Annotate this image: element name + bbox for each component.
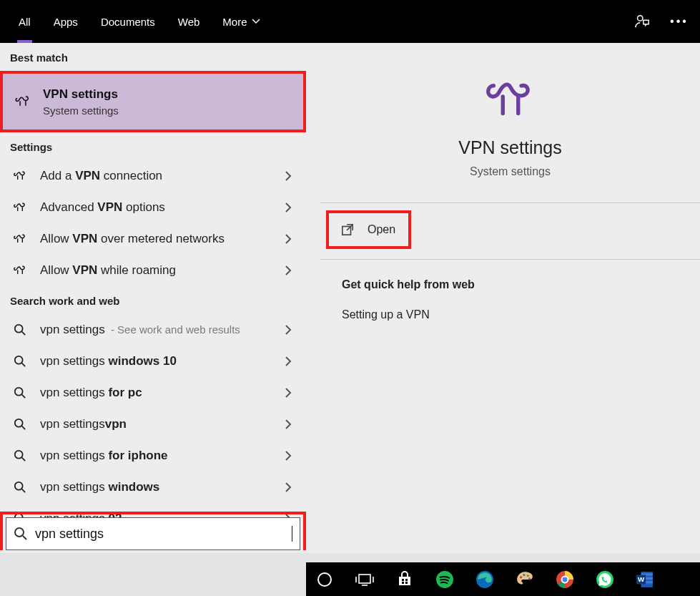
search-icon	[10, 386, 30, 399]
preview-subtitle: System settings	[470, 165, 551, 178]
web-result-1[interactable]: vpn settings - See work and web results	[0, 314, 306, 346]
svg-point-8	[15, 528, 24, 537]
svg-point-24	[563, 577, 568, 582]
help-section-title: Get quick help from web	[342, 278, 700, 291]
taskbar: W	[306, 562, 700, 596]
svg-point-20	[527, 574, 529, 576]
svg-rect-14	[402, 582, 404, 584]
taskbar-store-icon[interactable]	[392, 567, 418, 592]
search-icon	[10, 481, 30, 494]
tab-more[interactable]: More	[211, 0, 271, 43]
taskbar-edge-icon[interactable]	[472, 567, 498, 592]
vpn-icon	[10, 170, 30, 182]
section-best-match: Best match	[0, 43, 306, 71]
chevron-right-icon	[285, 171, 292, 181]
section-settings: Settings	[0, 132, 306, 160]
chevron-right-icon	[285, 451, 292, 461]
search-icon	[10, 449, 30, 462]
preview-title: VPN settings	[458, 137, 562, 158]
svg-point-5	[15, 451, 23, 459]
preview-pane: VPN settings System settings Open Get qu…	[306, 43, 700, 553]
taskbar-taskview-icon[interactable]	[352, 567, 378, 592]
feedback-icon[interactable]	[631, 11, 653, 32]
help-link-setup-vpn[interactable]: Setting up a VPN	[342, 308, 700, 321]
search-tabs-bar: All Apps Documents Web More •••	[0, 0, 700, 43]
tab-all[interactable]: All	[7, 0, 42, 43]
chevron-right-icon	[285, 482, 292, 492]
tab-web[interactable]: Web	[167, 0, 212, 43]
chevron-down-icon	[252, 19, 260, 24]
best-match-title: VPN settings	[43, 87, 119, 102]
tab-documents-label: Documents	[101, 16, 155, 28]
search-box[interactable]	[6, 517, 300, 550]
svg-rect-13	[405, 579, 408, 581]
result-vpn-settings[interactable]: VPN settings System settings	[3, 74, 303, 130]
web-result-label: vpn settings windows 10	[40, 354, 177, 368]
svg-rect-15	[405, 582, 408, 584]
open-label: Open	[368, 223, 395, 236]
setting-advanced-vpn-options[interactable]: Advanced VPN options	[0, 192, 306, 223]
tab-web-label: Web	[178, 16, 200, 28]
chevron-right-icon	[285, 388, 292, 398]
setting-allow-vpn-metered[interactable]: Allow VPN over metered networks	[0, 223, 306, 255]
vpn-icon	[10, 202, 30, 213]
text-caret	[292, 526, 292, 542]
web-result-6[interactable]: vpn settings windows	[0, 472, 306, 503]
search-icon	[10, 323, 30, 336]
highlight-best-match: VPN settings System settings	[0, 71, 306, 132]
open-icon	[339, 223, 356, 236]
web-result-5[interactable]: vpn settings for iphone	[0, 440, 306, 472]
setting-label: Add a VPN connection	[40, 169, 162, 183]
chevron-right-icon	[285, 265, 292, 275]
svg-point-0	[638, 16, 643, 21]
taskbar-spotify-icon[interactable]	[432, 567, 458, 592]
web-result-2[interactable]: vpn settings windows 10	[0, 346, 306, 377]
svg-point-1	[15, 325, 23, 333]
svg-point-18	[520, 576, 522, 578]
taskbar-paint-icon[interactable]	[512, 567, 538, 592]
vpn-icon	[13, 94, 33, 109]
chevron-right-icon	[285, 325, 292, 335]
setting-allow-vpn-roaming[interactable]: Allow VPN while roaming	[0, 255, 306, 286]
svg-point-6	[15, 482, 23, 490]
tab-all-label: All	[19, 16, 31, 28]
web-result-label: vpn settings windows	[40, 480, 159, 494]
web-result-3[interactable]: vpn settings for pc	[0, 377, 306, 409]
web-result-label: vpn settingsvpn	[40, 417, 127, 431]
setting-add-vpn-connection[interactable]: Add a VPN connection	[0, 160, 306, 192]
tab-apps[interactable]: Apps	[42, 0, 89, 43]
taskbar-whatsapp-icon[interactable]	[592, 567, 618, 592]
svg-rect-11	[359, 575, 370, 583]
svg-rect-12	[402, 579, 404, 581]
chevron-right-icon	[285, 234, 292, 244]
setting-label: Allow VPN over metered networks	[40, 232, 225, 246]
svg-point-2	[15, 356, 23, 364]
web-result-label: vpn settings - See work and web results	[40, 323, 240, 337]
more-options-icon[interactable]: •••	[669, 11, 690, 32]
setting-label: Allow VPN while roaming	[40, 263, 176, 278]
taskbar-cortana-icon[interactable]	[312, 567, 337, 592]
search-input[interactable]	[35, 527, 290, 542]
chevron-right-icon	[285, 202, 292, 212]
tab-documents[interactable]: Documents	[89, 0, 167, 43]
tab-apps-label: Apps	[54, 16, 78, 28]
web-result-4[interactable]: vpn settingsvpn	[0, 409, 306, 440]
taskbar-chrome-icon[interactable]	[552, 567, 578, 592]
svg-point-10	[318, 573, 331, 586]
section-search-web: Search work and web	[0, 286, 306, 314]
web-result-label: vpn settings for iphone	[40, 449, 168, 463]
svg-point-4	[15, 419, 23, 427]
open-button[interactable]: Open	[329, 213, 408, 246]
web-result-label: vpn settings for pc	[40, 386, 142, 400]
search-icon	[10, 355, 30, 368]
search-icon	[10, 418, 30, 431]
vpn-icon	[10, 233, 30, 245]
chevron-right-icon	[285, 419, 292, 429]
results-pane: Best match VPN settings System settings	[0, 43, 306, 553]
tab-more-label: More	[222, 16, 247, 28]
highlight-open-button: Open	[326, 210, 411, 249]
search-icon	[14, 527, 28, 541]
svg-point-3	[15, 388, 23, 396]
taskbar-word-icon[interactable]: W	[632, 567, 658, 592]
setting-label: Advanced VPN options	[40, 200, 165, 215]
